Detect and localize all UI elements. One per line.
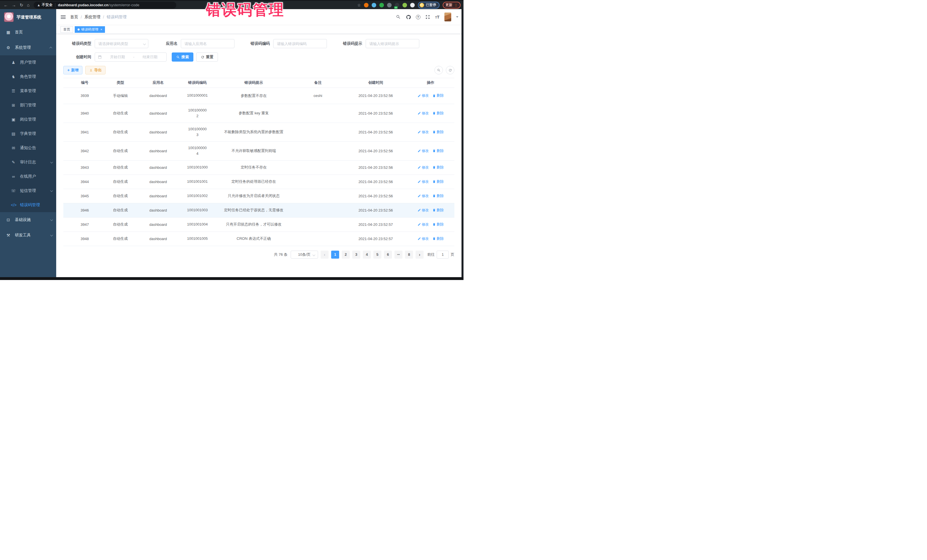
cell-hint: CRON 表达式不正确 [213,234,294,243]
col-time: 创建时间 [342,78,410,87]
page-button-4[interactable]: 4 [363,250,371,259]
page-button-1[interactable]: 1 [331,250,339,259]
sidebar-item-errcode[interactable]: </>错误码管理 [0,198,56,212]
browser-update-button[interactable]: 更新 ⋮ [443,2,460,9]
search-button[interactable]: 搜索 [172,52,193,62]
date-range-picker[interactable]: 开始日期 - 结束日期 [95,52,167,62]
sidebar-item-dict[interactable]: ▤字典管理 [0,127,56,141]
jump-page-input[interactable] [437,250,449,259]
edit-link[interactable]: 修改 [418,237,429,241]
sidebar-item-devtools[interactable]: ⚒研发工具 [0,228,56,243]
sidebar-item-menu[interactable]: ☰菜单管理 [0,84,56,98]
sidebar-item-audit[interactable]: ✎审计日志 [0,155,56,169]
page-button-2[interactable]: 2 [342,250,350,259]
app-name-input[interactable] [181,39,234,48]
refresh-table-button[interactable] [446,66,454,74]
sidebar-item-infra[interactable]: ⊡基础设施 [0,212,56,228]
delete-link[interactable]: 删除 [432,179,444,184]
avatar-caret-icon[interactable] [456,16,458,18]
sidebar-item-system[interactable]: ⚙系统管理 [0,40,56,55]
fullscreen-icon[interactable] [425,15,430,20]
sidebar-item-post[interactable]: ▣岗位管理 [0,112,56,127]
sidebar-item-label: 用户管理 [20,60,36,65]
browser-home-icon[interactable]: ⌂ [27,3,30,8]
edit-link[interactable]: 修改 [418,194,429,199]
edit-link[interactable]: 修改 [418,179,429,184]
window-scrollbar[interactable] [462,9,464,277]
delete-link[interactable]: 删除 [432,194,444,199]
delete-link[interactable]: 删除 [432,130,444,135]
delete-link[interactable]: 删除 [432,93,444,98]
delete-link[interactable]: 删除 [432,222,444,227]
url-host: dashboard.yudao.iocoder.cn [58,3,108,7]
page-size-select[interactable]: 10条/页 [291,250,318,259]
delete-link[interactable]: 删除 [432,111,444,116]
sidebar-item-home[interactable]: ▦首页 [0,24,56,40]
sidebar-item-notice[interactable]: ✉通知公告 [0,141,56,155]
page-button-8[interactable]: 8 [405,250,413,259]
edit-icon [418,180,421,183]
error-hint-input[interactable] [366,39,419,48]
toggle-search-button[interactable] [435,66,443,74]
delete-link[interactable]: 删除 [432,208,444,213]
ext-green-animal-icon[interactable] [403,3,407,8]
edit-link[interactable]: 修改 [418,149,429,153]
col-remark: 备注 [294,78,342,87]
error-type-label: 错误码类型 [63,41,95,46]
sidebar-item-online[interactable]: ∞在线用户 [0,169,56,184]
export-button[interactable]: 导出 [85,66,106,74]
profile-paused-pill[interactable]: 已暂停 [418,2,439,9]
edit-link[interactable]: 修改 [418,165,429,170]
prev-page-button[interactable]: ‹ [321,250,328,259]
ext-orange-ring-icon[interactable] [364,3,369,8]
edit-link[interactable]: 修改 [418,111,429,116]
github-icon[interactable] [406,15,411,20]
delete-link[interactable]: 删除 [432,165,444,170]
search-icon[interactable] [396,15,401,20]
cell-hint: 参数配置 key 重复 [213,109,294,117]
font-size-icon[interactable]: TT [435,15,439,20]
more-pages-button[interactable]: ••• [395,250,403,259]
help-icon[interactable]: ? [416,15,421,20]
ext-puzzle-icon[interactable] [410,3,415,8]
page-button-5[interactable]: 5 [373,250,381,259]
browser-back-icon[interactable]: ← [4,3,8,8]
error-type-select[interactable] [95,39,148,48]
code-icon: </> [11,203,16,207]
breadcrumb-home[interactable]: 首页 [70,15,78,20]
page-button-6[interactable]: 6 [384,250,392,259]
browser-forward-icon[interactable]: → [12,3,16,8]
error-code-input[interactable] [273,39,327,48]
sidebar-item-role[interactable]: ♞角色管理 [0,70,56,84]
cell-time: 2021-04-20 23:52:57 [342,221,410,228]
page-button-3[interactable]: 3 [352,250,360,259]
edit-link[interactable]: 修改 [418,222,429,227]
edit-link[interactable]: 修改 [418,208,429,213]
sidebar-logo-row[interactable]: 芋道管理系统 [0,9,56,24]
edit-link[interactable]: 修改 [418,130,429,135]
sidebar-item-dept[interactable]: ⊞部门管理 [0,98,56,112]
breadcrumb-system[interactable]: 系统管理 [84,15,100,20]
delete-link[interactable]: 删除 [432,237,444,241]
reset-button[interactable]: 重置 [196,52,218,62]
ext-list-on-icon[interactable]: on [395,3,399,8]
bookmark-star-icon[interactable]: ☆ [357,3,361,8]
sidebar-item-sms[interactable]: ☏短信管理 [0,184,56,198]
next-page-button[interactable]: › [416,250,424,259]
sidebar-item-user[interactable]: ♟用户管理 [0,55,56,70]
address-bar[interactable]: ▲ 不安全 dashboard.yudao.iocoder.cn/system/… [33,2,176,9]
add-button[interactable]: + 新增 [63,66,82,74]
start-date-placeholder: 开始日期 [104,55,131,59]
table-row: 3941自动生成dashboard100100000 3不能删除类型为系统内置的… [63,123,454,142]
tab-error-code[interactable]: 错误码管理× [75,26,105,33]
browser-reload-icon[interactable]: ↻ [20,3,23,8]
edit-link[interactable]: 修改 [418,93,429,98]
tab-home[interactable]: 首页 [61,26,73,33]
ext-blue-gem-icon[interactable] [372,3,376,8]
delete-link[interactable]: 删除 [432,149,444,153]
ext-grid-icon[interactable] [387,3,392,8]
ext-green-check-icon[interactable] [379,3,384,8]
tab-close-icon[interactable]: × [100,28,102,31]
hamburger-icon[interactable] [61,15,65,20]
user-avatar[interactable] [444,12,451,21]
